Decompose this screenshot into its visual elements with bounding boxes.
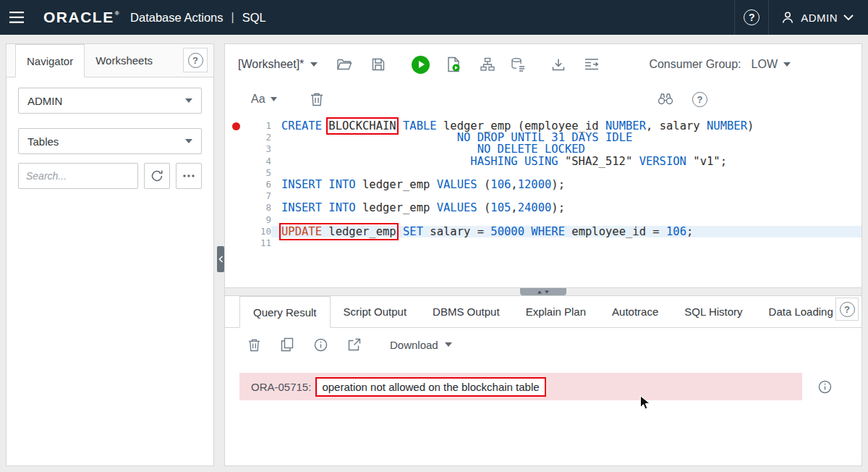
run-statement-button[interactable] <box>412 56 430 74</box>
download-results-button[interactable]: Download <box>390 339 452 351</box>
consumer-group-label: Consumer Group: <box>649 58 741 71</box>
more-actions-button[interactable] <box>176 163 202 189</box>
line-number: 8 <box>247 202 271 214</box>
line-number: 11 <box>247 237 271 249</box>
breakpoint-dot[interactable] <box>232 122 240 130</box>
code-line[interactable]: 7 <box>225 190 861 202</box>
panel-splitter[interactable] <box>225 287 861 296</box>
code-line[interactable]: 1CREATE BLOCKCHAIN TABLE ledger_emp (emp… <box>225 120 861 132</box>
code-line[interactable]: 4 HASHING USING "SHA2_512" VERSION "v1"; <box>225 156 861 167</box>
object-type-select[interactable]: Tables <box>18 128 202 154</box>
code-line[interactable]: 2 NO DROP UNTIL 31 DAYS IDLE <box>225 132 861 143</box>
code-line[interactable]: 11 <box>225 237 861 249</box>
code-token: 105 <box>490 201 511 214</box>
code-text <box>271 214 861 226</box>
resize-arrows-icon <box>537 290 550 295</box>
font-options-button[interactable]: Aa <box>251 93 277 106</box>
results-info-button[interactable] <box>314 338 328 352</box>
code-token: VERSION <box>639 155 686 168</box>
line-number: 5 <box>247 167 271 179</box>
code-token: ); <box>551 178 565 191</box>
results-tab-dbms-output[interactable]: DBMS Output <box>420 296 513 327</box>
gutter-margin[interactable] <box>225 190 247 202</box>
sidebar-help-button[interactable]: ? <box>183 48 208 72</box>
schema-select-value: ADMIN <box>27 95 62 107</box>
open-results-button[interactable] <box>348 338 361 351</box>
clear-results-button[interactable] <box>248 338 260 352</box>
line-number: 2 <box>247 132 271 143</box>
download-label: Download <box>390 339 438 351</box>
line-number: 3 <box>247 143 271 155</box>
code-line[interactable]: 3 NO DELETE LOCKED <box>225 143 861 155</box>
gutter-margin[interactable] <box>225 156 247 167</box>
gutter-margin[interactable] <box>225 214 247 226</box>
menu-icon[interactable] <box>0 0 33 35</box>
chevron-down-icon <box>271 97 277 101</box>
worksheet-help-button[interactable]: ? <box>692 92 707 107</box>
run-script-button[interactable] <box>446 56 461 72</box>
refresh-button[interactable] <box>144 163 170 189</box>
code-line[interactable]: 9 <box>225 214 861 226</box>
gutter-margin[interactable] <box>225 226 247 237</box>
error-info-button[interactable] <box>818 380 832 394</box>
schema-select[interactable]: ADMIN <box>18 88 202 114</box>
worksheet-selector[interactable]: [Worksheet]* <box>238 58 318 71</box>
code-token: employee_id = <box>565 225 666 238</box>
code-line[interactable]: 6INSERT INTO ledger_emp VALUES (106,1200… <box>225 179 861 190</box>
results-tab-query-result[interactable]: Query Result <box>239 296 331 328</box>
code-token: ); <box>551 201 565 214</box>
gutter-margin[interactable] <box>225 132 247 143</box>
consumer-group-select[interactable]: LOW <box>752 58 791 71</box>
code-line[interactable]: 5 <box>225 167 861 179</box>
results-tab-script-output[interactable]: Script Output <box>331 296 420 327</box>
code-text <box>271 167 861 179</box>
gutter-margin[interactable] <box>225 120 247 132</box>
results-tab-explain-plan[interactable]: Explain Plan <box>513 296 599 327</box>
search-input[interactable] <box>18 163 138 189</box>
worksheet-toolbar: [Worksheet]* <box>225 44 861 85</box>
binoculars-icon <box>658 92 673 105</box>
gutter-margin[interactable] <box>225 143 247 155</box>
sidebar-collapse-handle[interactable] <box>217 246 224 272</box>
open-file-button[interactable] <box>336 57 352 72</box>
error-annotation: operation not allowed on the blockchain … <box>315 377 545 397</box>
splitter-handle[interactable] <box>520 288 566 295</box>
user-icon <box>780 10 795 25</box>
user-menu[interactable]: ADMIN <box>769 0 868 35</box>
code-token <box>281 155 470 168</box>
code-token: 106 <box>666 225 686 238</box>
tab-navigator[interactable]: Navigator <box>15 44 85 77</box>
code-token <box>686 155 693 168</box>
results-tab-autotrace[interactable]: Autotrace <box>599 296 671 327</box>
gutter-margin[interactable] <box>225 237 247 249</box>
autotrace-button[interactable] <box>511 57 525 72</box>
red-annotation-box: UPDATE ledger_emp <box>281 225 396 238</box>
code-editor[interactable]: 1CREATE BLOCKCHAIN TABLE ledger_emp (emp… <box>225 114 861 287</box>
code-text: NO DROP UNTIL 31 DAYS IDLE <box>271 132 861 143</box>
find-replace-button[interactable] <box>658 92 673 105</box>
gutter-margin[interactable] <box>225 202 247 214</box>
results-tab-sql-history[interactable]: SQL History <box>671 296 755 327</box>
chevron-left-icon <box>218 256 224 263</box>
editor-toolbar: Aa ? <box>225 85 861 114</box>
copy-results-button[interactable] <box>281 337 294 352</box>
download-editor-button[interactable] <box>551 57 566 72</box>
folder-icon <box>336 57 352 72</box>
code-line[interactable]: 8INSERT INTO ledger_emp VALUES (105,2400… <box>225 202 861 214</box>
sidebar-tabs: Navigator Worksheets ? <box>7 44 213 77</box>
explain-plan-button[interactable] <box>480 57 495 72</box>
code-text <box>271 237 861 249</box>
gutter-margin[interactable] <box>225 167 247 179</box>
info-icon <box>818 380 832 394</box>
format-button[interactable] <box>584 58 599 71</box>
results-tab-data-loading[interactable]: Data Loading <box>756 296 846 327</box>
save-button[interactable] <box>371 57 386 72</box>
results-help-button[interactable]: ? <box>835 298 859 321</box>
code-token: UPDATE <box>281 225 322 238</box>
code-line[interactable]: 10UPDATE ledger_emp SET salary = 50000 W… <box>225 226 861 237</box>
help-button[interactable]: ? <box>735 0 768 35</box>
tab-worksheets[interactable]: Worksheets <box>85 44 163 77</box>
clear-worksheet-button[interactable] <box>310 92 323 106</box>
line-number: 9 <box>247 214 271 226</box>
gutter-margin[interactable] <box>225 179 247 190</box>
